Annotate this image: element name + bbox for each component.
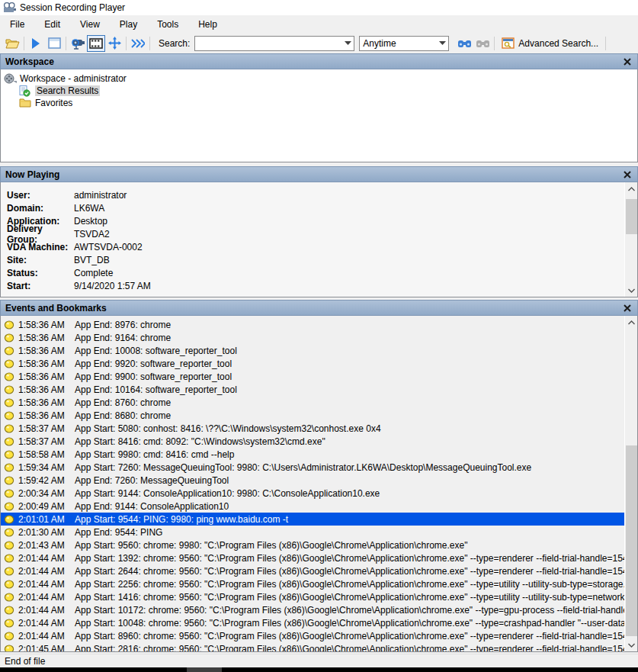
- event-row[interactable]: 1:58:36 AMApp End: 9900: software_report…: [1, 370, 624, 383]
- event-row[interactable]: 2:01:44 AMApp Start: 2256: chrome: 9560:…: [1, 577, 624, 590]
- event-row[interactable]: 1:59:34 AMApp Start: 7260: MessageQueuin…: [1, 461, 624, 474]
- menu-help[interactable]: Help: [188, 17, 227, 32]
- chevron-down-icon[interactable]: [342, 37, 354, 50]
- event-row[interactable]: 1:58:36 AMApp End: 10008: software_repor…: [1, 344, 624, 357]
- chevron-down-icon[interactable]: [437, 37, 448, 50]
- events-panel-title: Events and Bookmarks: [5, 303, 107, 313]
- event-row[interactable]: 1:58:58 AMApp Start: 9980: cmd: 8416: cm…: [1, 448, 624, 461]
- scroll-up-icon[interactable]: [625, 316, 638, 329]
- bottom-edge-segment: [187, 667, 222, 672]
- find-next-button[interactable]: [455, 35, 473, 52]
- event-time: 2:01:44 AM: [18, 592, 69, 603]
- menu-tools[interactable]: Tools: [147, 17, 188, 32]
- event-time: 2:01:44 AM: [18, 605, 69, 616]
- event-row[interactable]: 2:01:44 AMApp Start: 10172: chrome: 9560…: [1, 603, 624, 616]
- status-text: End of file: [5, 656, 45, 667]
- event-bullet-icon: [4, 567, 14, 576]
- scroll-down-icon[interactable]: [625, 638, 638, 651]
- field-value: TSVDA2: [74, 229, 110, 240]
- event-row[interactable]: 1:58:36 AMApp End: 9920: software_report…: [1, 357, 624, 370]
- event-time: 2:01:45 AM: [18, 644, 69, 653]
- scroll-up-icon[interactable]: [625, 182, 638, 195]
- event-row[interactable]: 2:01:01 AMApp Start: 9544: PING: 9980: p…: [1, 513, 624, 526]
- search-input[interactable]: [194, 36, 354, 51]
- event-row[interactable]: 2:01:44 AMApp Start: 1416: chrome: 9560:…: [1, 590, 624, 603]
- play-button[interactable]: [27, 35, 45, 52]
- open-folder-icon: [5, 37, 20, 49]
- event-row[interactable]: 2:01:44 AMApp Start: 2644: chrome: 9560:…: [1, 564, 624, 577]
- event-row[interactable]: 2:00:34 AMApp Start: 9144: ConsoleApplic…: [1, 487, 624, 500]
- event-row[interactable]: 2:01:44 AMApp Start: 1392: chrome: 9560:…: [1, 551, 624, 564]
- event-row[interactable]: 2:01:44 AMApp Start: 8960: chrome: 9560:…: [1, 629, 624, 642]
- event-text: App Start: 8960: chrome: 9560: "C:\Progr…: [75, 631, 624, 641]
- event-bullet-icon: [4, 619, 14, 628]
- now-playing-row: Domain:LK6WA: [7, 201, 637, 214]
- events-scrollbar[interactable]: [624, 316, 637, 651]
- event-row[interactable]: 2:01:44 AMApp Start: 10048: chrome: 9560…: [1, 616, 624, 629]
- event-bullet-icon: [4, 424, 14, 433]
- event-row[interactable]: 1:58:36 AMApp End: 8680: chrome: [1, 409, 624, 422]
- close-icon[interactable]: [622, 56, 633, 67]
- event-row[interactable]: 1:58:36 AMApp End: 8976: chrome: [1, 318, 624, 331]
- find-previous-button[interactable]: [473, 35, 492, 52]
- scroll-thumb[interactable]: [626, 199, 637, 234]
- scroll-thumb[interactable]: [626, 445, 637, 636]
- event-row[interactable]: 2:01:43 AMApp Start: 9560: chrome: 9980:…: [1, 539, 624, 551]
- event-row[interactable]: 1:58:37 AMApp Start: 5080: conhost: 8416…: [1, 422, 624, 435]
- close-icon[interactable]: [622, 169, 633, 180]
- event-row[interactable]: 1:58:36 AMApp End: 8760: chrome: [1, 396, 624, 409]
- menu-edit[interactable]: Edit: [34, 17, 70, 32]
- time-filter-dropdown[interactable]: Anytime: [359, 36, 449, 51]
- event-text: App End: 9544: PING: [75, 527, 162, 538]
- events-list: 1:58:36 AMApp End: 8976: chrome1:58:36 A…: [1, 316, 624, 651]
- now-playing-row: User:administrator: [7, 188, 637, 201]
- filmstrip-view-button[interactable]: [87, 35, 105, 52]
- menu-play[interactable]: Play: [110, 17, 147, 32]
- event-time: 1:58:36 AM: [18, 410, 69, 421]
- open-folder-button[interactable]: [3, 35, 21, 52]
- event-bullet-icon: [4, 606, 14, 615]
- advanced-search-button[interactable]: Advanced Search...: [497, 35, 603, 52]
- event-time: 2:00:34 AM: [18, 488, 69, 499]
- close-icon[interactable]: [622, 303, 633, 313]
- title-bar: Session Recording Player: [0, 0, 638, 15]
- projector-view-button[interactable]: [69, 35, 87, 52]
- tree-item-search-results[interactable]: Search Results: [19, 85, 637, 97]
- field-label: Site:: [7, 255, 74, 265]
- advanced-search-icon: [502, 37, 515, 49]
- workspace-root-item[interactable]: Workspace - administrator: [4, 72, 637, 85]
- event-bullet-icon: [4, 502, 14, 511]
- now-playing-scrollbar[interactable]: [624, 182, 637, 297]
- event-row[interactable]: 2:01:45 AMApp Start: 2816: chrome: 9560:…: [1, 642, 624, 652]
- field-value: LK6WA: [74, 203, 104, 214]
- menu-view[interactable]: View: [70, 17, 110, 32]
- event-row[interactable]: 2:00:49 AMApp End: 9144: ConsoleApplicat…: [1, 500, 624, 513]
- tree-item-label: Search Results: [35, 85, 100, 96]
- time-filter-value: Anytime: [363, 38, 396, 49]
- event-row[interactable]: 1:59:42 AMApp End: 7260: MessageQueuingT…: [1, 474, 624, 487]
- event-text: App Start: 8416: cmd: 8092: "C:\Windows\…: [75, 436, 325, 447]
- event-row[interactable]: 1:58:36 AMApp End: 9164: chrome: [1, 331, 624, 344]
- event-row[interactable]: 1:58:36 AMApp End: 10164: software_repor…: [1, 383, 624, 396]
- pan-button[interactable]: [105, 35, 123, 52]
- toolbar-separator: [605, 37, 606, 50]
- menu-file[interactable]: File: [0, 17, 34, 32]
- event-bullet-icon: [4, 372, 14, 381]
- event-text: App End: 9164: chrome: [75, 333, 171, 343]
- event-text: App Start: 1392: chrome: 9560: "C:\Progr…: [75, 553, 624, 564]
- event-row[interactable]: 1:58:37 AMApp Start: 8416: cmd: 8092: "C…: [1, 435, 624, 448]
- event-bullet-icon: [4, 450, 14, 459]
- status-bar: End of file: [0, 654, 638, 667]
- fast-forward-button[interactable]: [129, 35, 147, 52]
- event-bullet-icon: [4, 437, 14, 446]
- event-time: 1:58:36 AM: [18, 333, 69, 343]
- workspace-tree: Workspace - administrator Search Results…: [1, 69, 637, 109]
- event-row[interactable]: 2:01:30 AMApp End: 9544: PING: [1, 526, 624, 539]
- scroll-down-icon[interactable]: [625, 284, 638, 297]
- event-time: 2:01:30 AM: [18, 527, 69, 538]
- event-bullet-icon: [4, 515, 14, 524]
- event-time: 1:58:36 AM: [18, 359, 69, 369]
- event-bullet-icon: [4, 320, 14, 330]
- player-window-button[interactable]: [45, 35, 63, 52]
- tree-item-favorites[interactable]: Favorites: [19, 97, 637, 109]
